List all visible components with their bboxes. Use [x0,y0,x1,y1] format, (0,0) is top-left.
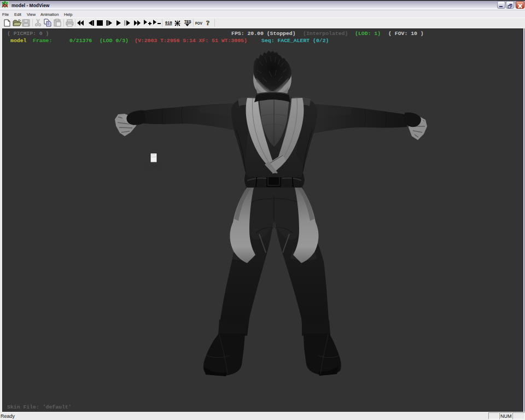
svg-text:?: ? [206,19,209,27]
svg-text:010: 010 [165,21,172,25]
svg-text:TES: TES [184,20,191,24]
svg-text:FOV: FOV [195,21,203,26]
